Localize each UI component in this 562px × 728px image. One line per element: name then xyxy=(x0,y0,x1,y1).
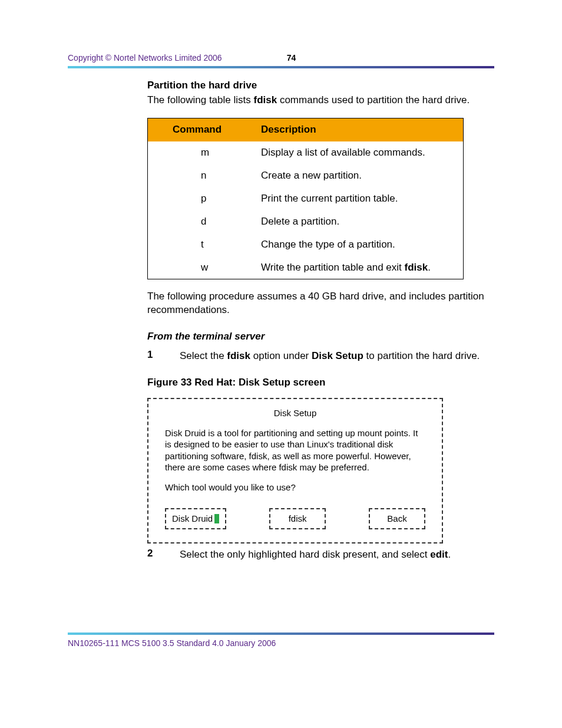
table-header-row: Command Description xyxy=(148,118,463,141)
cell-desc-bold: fdisk xyxy=(405,262,428,273)
step-text: Select the only highlighted hard disk pr… xyxy=(180,548,451,562)
table-row: m Display a list of available commands. xyxy=(148,141,463,164)
step-part-bold: Disk Setup xyxy=(312,350,363,361)
fdisk-commands-table: Command Description m Display a list of … xyxy=(147,118,464,280)
step-part: . xyxy=(448,549,451,560)
dialog-button-row: Disk Druid fdisk Back xyxy=(160,508,430,529)
cell-command: n xyxy=(173,169,261,183)
copyright-text: Copyright © Nortel Networks Limited 2006 xyxy=(68,53,222,62)
back-button[interactable]: Back xyxy=(369,508,425,529)
fdisk-button[interactable]: fdisk xyxy=(269,508,326,529)
cell-description: Change the type of a partition. xyxy=(261,238,451,252)
dialog-question: Which tool would you like to use? xyxy=(160,482,430,493)
step-part: to partition the hard drive. xyxy=(363,350,480,361)
cell-description: Delete a partition. xyxy=(261,215,451,229)
cell-command: m xyxy=(173,146,261,160)
page-header: Copyright © Nortel Networks Limited 2006… xyxy=(68,53,494,62)
dialog-title: Disk Setup xyxy=(160,407,430,419)
intro-bold: fdisk xyxy=(253,94,277,106)
step-part: Select the only highlighted hard disk pr… xyxy=(180,549,430,560)
table-row: d Delete a partition. xyxy=(148,210,463,233)
intro-text-pre: The following table lists xyxy=(147,94,253,106)
table-row: p Print the current partition table. xyxy=(148,187,463,210)
intro-text-post: commands used to partition the hard driv… xyxy=(277,94,470,106)
table-row: w Write the partition table and exit fdi… xyxy=(148,256,463,279)
disk-druid-button[interactable]: Disk Druid xyxy=(165,508,226,529)
table-row: t Change the type of a partition. xyxy=(148,233,463,256)
table-header-description: Description xyxy=(261,123,316,137)
cell-command: w xyxy=(173,261,261,275)
cursor-icon xyxy=(214,514,219,523)
footer-text: NN10265-111 MCS 5100 3.5 Standard 4.0 Ja… xyxy=(68,638,494,648)
cell-description: Print the current partition table. xyxy=(261,192,451,206)
section-intro: The following table lists fdisk commands… xyxy=(147,94,494,107)
button-label: Back xyxy=(387,513,406,525)
section-title: Partition the hard drive xyxy=(147,79,494,93)
assumption-text: The following procedure assumes a 40 GB … xyxy=(147,290,494,317)
disk-setup-dialog: Disk Setup Disk Druid is a tool for part… xyxy=(147,398,443,543)
cell-description: Create a new partition. xyxy=(261,169,451,183)
cell-description: Write the partition table and exit fdisk… xyxy=(261,261,451,275)
button-label: fdisk xyxy=(289,513,307,525)
cell-command: t xyxy=(173,238,261,252)
header-rule xyxy=(68,66,494,68)
cell-desc-post: . xyxy=(428,262,431,273)
step-number: 1 xyxy=(147,348,180,363)
step-part: Select the xyxy=(180,350,227,361)
step-part: option under xyxy=(250,350,312,361)
step-text: Select the fdisk option under Disk Setup… xyxy=(180,350,480,363)
figure-caption: Figure 33 Red Hat: Disk Setup screen xyxy=(147,376,494,390)
procedure-step: 2 Select the only highlighted hard disk … xyxy=(147,547,494,562)
step-part-bold: fdisk xyxy=(227,350,250,361)
procedure-heading: From the terminal server xyxy=(147,330,494,344)
page-number: 74 xyxy=(287,53,296,62)
cell-description: Display a list of available commands. xyxy=(261,146,451,160)
step-part-bold: edit xyxy=(430,549,448,560)
cell-command: p xyxy=(173,192,261,206)
table-row: n Create a new partition. xyxy=(148,164,463,187)
cell-desc-pre: Write the partition table and exit xyxy=(261,262,405,273)
button-label: Disk Druid xyxy=(172,513,213,525)
step-number: 2 xyxy=(147,547,180,562)
footer-rule xyxy=(68,633,494,635)
cell-command: d xyxy=(173,215,261,229)
procedure-step: 1 Select the fdisk option under Disk Set… xyxy=(147,348,494,363)
table-header-command: Command xyxy=(173,123,261,137)
dialog-body-text: Disk Druid is a tool for partitioning an… xyxy=(160,427,430,473)
